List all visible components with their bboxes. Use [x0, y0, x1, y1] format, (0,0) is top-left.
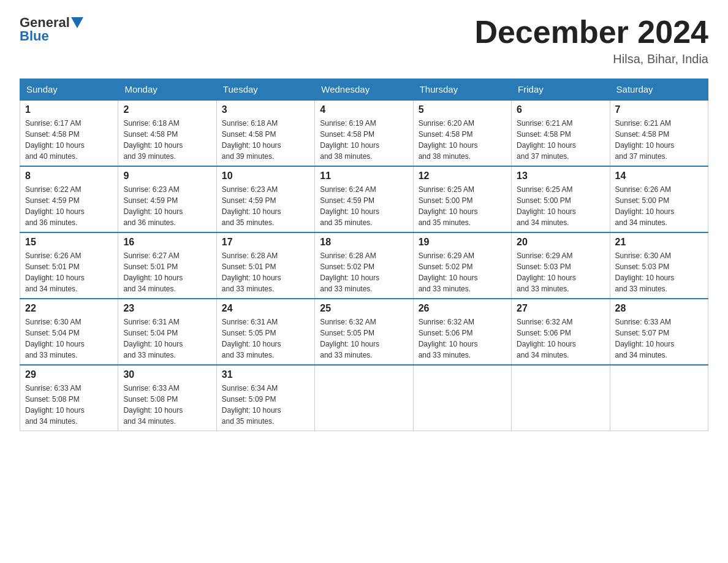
- day-number: 21: [615, 237, 703, 248]
- calendar-table: SundayMondayTuesdayWednesdayThursdayFrid…: [20, 79, 708, 431]
- week-row-1: 1 Sunrise: 6:17 AM Sunset: 4:58 PM Dayli…: [20, 100, 708, 166]
- calendar-cell: 28 Sunrise: 6:33 AM Sunset: 5:07 PM Dayl…: [610, 299, 708, 365]
- day-info: Sunrise: 6:18 AM Sunset: 4:58 PM Dayligh…: [123, 118, 211, 162]
- month-title: December 2024: [474, 15, 708, 50]
- calendar-cell: 15 Sunrise: 6:26 AM Sunset: 5:01 PM Dayl…: [20, 232, 118, 299]
- header-wednesday: Wednesday: [315, 79, 413, 101]
- day-info: Sunrise: 6:26 AM Sunset: 5:00 PM Dayligh…: [615, 184, 703, 228]
- calendar-cell: 1 Sunrise: 6:17 AM Sunset: 4:58 PM Dayli…: [20, 100, 118, 166]
- calendar-cell: 20 Sunrise: 6:29 AM Sunset: 5:03 PM Dayl…: [512, 232, 610, 299]
- calendar-cell: 16 Sunrise: 6:27 AM Sunset: 5:01 PM Dayl…: [118, 232, 216, 299]
- day-info: Sunrise: 6:32 AM Sunset: 5:06 PM Dayligh…: [517, 316, 604, 361]
- day-number: 30: [123, 369, 211, 380]
- day-info: Sunrise: 6:31 AM Sunset: 5:05 PM Dayligh…: [222, 316, 309, 361]
- header-saturday: Saturday: [610, 79, 708, 101]
- calendar-cell: 3 Sunrise: 6:18 AM Sunset: 4:58 PM Dayli…: [216, 100, 314, 166]
- day-info: Sunrise: 6:20 AM Sunset: 4:58 PM Dayligh…: [419, 118, 506, 162]
- header-monday: Monday: [118, 79, 216, 101]
- calendar-cell: 24 Sunrise: 6:31 AM Sunset: 5:05 PM Dayl…: [216, 299, 314, 365]
- day-number: 4: [320, 104, 408, 115]
- day-info: Sunrise: 6:25 AM Sunset: 5:00 PM Dayligh…: [419, 184, 506, 228]
- day-info: Sunrise: 6:29 AM Sunset: 5:03 PM Dayligh…: [517, 250, 604, 294]
- calendar-cell: 26 Sunrise: 6:32 AM Sunset: 5:06 PM Dayl…: [413, 299, 511, 365]
- day-info: Sunrise: 6:33 AM Sunset: 5:08 PM Dayligh…: [25, 383, 113, 427]
- day-number: 19: [419, 237, 506, 248]
- day-info: Sunrise: 6:25 AM Sunset: 5:00 PM Dayligh…: [517, 184, 604, 228]
- header-tuesday: Tuesday: [216, 79, 314, 101]
- title-section: December 2024 Hilsa, Bihar, India: [474, 15, 708, 66]
- day-number: 18: [320, 237, 408, 248]
- day-number: 14: [615, 170, 703, 182]
- calendar-cell: 12 Sunrise: 6:25 AM Sunset: 5:00 PM Dayl…: [413, 166, 511, 232]
- day-info: Sunrise: 6:33 AM Sunset: 5:08 PM Dayligh…: [123, 383, 211, 427]
- day-number: 22: [25, 303, 113, 314]
- day-info: Sunrise: 6:30 AM Sunset: 5:04 PM Dayligh…: [25, 316, 113, 361]
- day-number: 8: [25, 170, 113, 182]
- day-number: 11: [320, 170, 408, 182]
- calendar-cell: 4 Sunrise: 6:19 AM Sunset: 4:58 PM Dayli…: [315, 100, 413, 166]
- day-number: 5: [419, 104, 506, 115]
- day-number: 10: [222, 170, 309, 182]
- week-row-4: 22 Sunrise: 6:30 AM Sunset: 5:04 PM Dayl…: [20, 299, 708, 365]
- day-number: 1: [25, 104, 113, 115]
- day-number: 20: [517, 237, 604, 248]
- calendar-cell: 29 Sunrise: 6:33 AM Sunset: 5:08 PM Dayl…: [20, 365, 118, 431]
- week-row-3: 15 Sunrise: 6:26 AM Sunset: 5:01 PM Dayl…: [20, 232, 708, 299]
- calendar-cell: 7 Sunrise: 6:21 AM Sunset: 4:58 PM Dayli…: [610, 100, 708, 166]
- day-info: Sunrise: 6:27 AM Sunset: 5:01 PM Dayligh…: [123, 250, 211, 294]
- day-info: Sunrise: 6:21 AM Sunset: 4:58 PM Dayligh…: [615, 118, 703, 162]
- day-info: Sunrise: 6:23 AM Sunset: 4:59 PM Dayligh…: [123, 184, 211, 228]
- day-info: Sunrise: 6:21 AM Sunset: 4:58 PM Dayligh…: [517, 118, 604, 162]
- calendar-cell: 10 Sunrise: 6:23 AM Sunset: 4:59 PM Dayl…: [216, 166, 314, 232]
- logo-arrow-icon: [71, 17, 83, 28]
- calendar-cell: [413, 365, 511, 431]
- day-info: Sunrise: 6:28 AM Sunset: 5:02 PM Dayligh…: [320, 250, 408, 294]
- calendar-cell: 17 Sunrise: 6:28 AM Sunset: 5:01 PM Dayl…: [216, 232, 314, 299]
- day-info: Sunrise: 6:32 AM Sunset: 5:06 PM Dayligh…: [419, 316, 506, 361]
- calendar-cell: 30 Sunrise: 6:33 AM Sunset: 5:08 PM Dayl…: [118, 365, 216, 431]
- day-info: Sunrise: 6:30 AM Sunset: 5:03 PM Dayligh…: [615, 250, 703, 294]
- calendar-header-row: SundayMondayTuesdayWednesdayThursdayFrid…: [20, 79, 708, 101]
- day-number: 3: [222, 104, 309, 115]
- day-number: 6: [517, 104, 604, 115]
- day-info: Sunrise: 6:26 AM Sunset: 5:01 PM Dayligh…: [25, 250, 113, 294]
- day-number: 16: [123, 237, 211, 248]
- day-info: Sunrise: 6:31 AM Sunset: 5:04 PM Dayligh…: [123, 316, 211, 361]
- day-number: 31: [222, 369, 309, 380]
- calendar-cell: 25 Sunrise: 6:32 AM Sunset: 5:05 PM Dayl…: [315, 299, 413, 365]
- week-row-5: 29 Sunrise: 6:33 AM Sunset: 5:08 PM Dayl…: [20, 365, 708, 431]
- header-sunday: Sunday: [20, 79, 118, 101]
- calendar-cell: [610, 365, 708, 431]
- calendar-cell: 5 Sunrise: 6:20 AM Sunset: 4:58 PM Dayli…: [413, 100, 511, 166]
- calendar-cell: 11 Sunrise: 6:24 AM Sunset: 4:59 PM Dayl…: [315, 166, 413, 232]
- day-number: 9: [123, 170, 211, 182]
- calendar-cell: 21 Sunrise: 6:30 AM Sunset: 5:03 PM Dayl…: [610, 232, 708, 299]
- day-info: Sunrise: 6:18 AM Sunset: 4:58 PM Dayligh…: [222, 118, 309, 162]
- calendar-cell: 6 Sunrise: 6:21 AM Sunset: 4:58 PM Dayli…: [512, 100, 610, 166]
- day-info: Sunrise: 6:28 AM Sunset: 5:01 PM Dayligh…: [222, 250, 309, 294]
- day-number: 17: [222, 237, 309, 248]
- day-number: 24: [222, 303, 309, 314]
- day-number: 27: [517, 303, 604, 314]
- calendar-cell: 23 Sunrise: 6:31 AM Sunset: 5:04 PM Dayl…: [118, 299, 216, 365]
- day-number: 29: [25, 369, 113, 380]
- logo-blue-text: Blue: [20, 28, 49, 44]
- day-info: Sunrise: 6:34 AM Sunset: 5:09 PM Dayligh…: [222, 383, 309, 427]
- calendar-cell: 31 Sunrise: 6:34 AM Sunset: 5:09 PM Dayl…: [216, 365, 314, 431]
- svg-marker-0: [71, 17, 83, 28]
- day-info: Sunrise: 6:29 AM Sunset: 5:02 PM Dayligh…: [419, 250, 506, 294]
- day-info: Sunrise: 6:32 AM Sunset: 5:05 PM Dayligh…: [320, 316, 408, 361]
- calendar-cell: 8 Sunrise: 6:22 AM Sunset: 4:59 PM Dayli…: [20, 166, 118, 232]
- day-number: 7: [615, 104, 703, 115]
- calendar-cell: 14 Sunrise: 6:26 AM Sunset: 5:00 PM Dayl…: [610, 166, 708, 232]
- day-info: Sunrise: 6:33 AM Sunset: 5:07 PM Dayligh…: [615, 316, 703, 361]
- page-header: General Blue December 2024 Hilsa, Bihar,…: [20, 15, 708, 66]
- calendar-cell: 22 Sunrise: 6:30 AM Sunset: 5:04 PM Dayl…: [20, 299, 118, 365]
- day-number: 25: [320, 303, 408, 314]
- day-info: Sunrise: 6:17 AM Sunset: 4:58 PM Dayligh…: [25, 118, 113, 162]
- calendar-cell: 2 Sunrise: 6:18 AM Sunset: 4:58 PM Dayli…: [118, 100, 216, 166]
- week-row-2: 8 Sunrise: 6:22 AM Sunset: 4:59 PM Dayli…: [20, 166, 708, 232]
- calendar-cell: 9 Sunrise: 6:23 AM Sunset: 4:59 PM Dayli…: [118, 166, 216, 232]
- calendar-cell: 27 Sunrise: 6:32 AM Sunset: 5:06 PM Dayl…: [512, 299, 610, 365]
- calendar-cell: 13 Sunrise: 6:25 AM Sunset: 5:00 PM Dayl…: [512, 166, 610, 232]
